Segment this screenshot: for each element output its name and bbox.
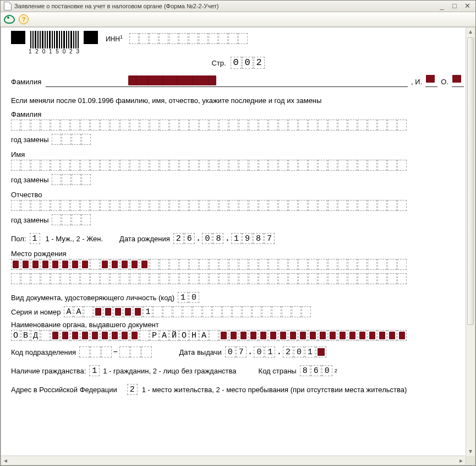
- cell[interactable]: [120, 160, 129, 171]
- cell[interactable]: [189, 259, 199, 270]
- cell[interactable]: [130, 330, 139, 341]
- cell[interactable]: [397, 273, 407, 284]
- cell[interactable]: [249, 273, 258, 284]
- doc-series-cells[interactable]: АА1: [64, 306, 311, 317]
- cell[interactable]: [249, 200, 258, 211]
- cell[interactable]: [212, 306, 222, 317]
- citizenship-presence-cell[interactable]: 1: [89, 365, 100, 376]
- cell[interactable]: [239, 120, 248, 131]
- cell[interactable]: [21, 273, 30, 284]
- horizontal-scrollbar[interactable]: ◂ ▸: [1, 456, 475, 465]
- cell[interactable]: [179, 273, 189, 284]
- cell[interactable]: 6: [184, 233, 195, 244]
- cell[interactable]: [308, 120, 318, 131]
- cell[interactable]: 1: [178, 292, 188, 303]
- cell[interactable]: [41, 259, 50, 270]
- cell[interactable]: [377, 330, 387, 341]
- cell[interactable]: [141, 346, 152, 357]
- cell[interactable]: [269, 273, 278, 284]
- cell[interactable]: [169, 200, 179, 211]
- cell[interactable]: [209, 120, 218, 131]
- minimize-button[interactable]: _: [437, 2, 447, 10]
- cell[interactable]: [120, 120, 129, 131]
- cell[interactable]: [199, 160, 209, 171]
- cell[interactable]: [328, 273, 337, 284]
- cell[interactable]: [278, 120, 288, 131]
- cell[interactable]: [160, 200, 169, 211]
- cell[interactable]: [228, 33, 238, 44]
- cell[interactable]: [288, 330, 298, 341]
- cell[interactable]: [21, 259, 30, 270]
- cell[interactable]: [90, 346, 101, 357]
- issue-month-cells[interactable]: 01: [254, 346, 275, 357]
- cell[interactable]: [397, 160, 407, 171]
- cell[interactable]: [282, 306, 291, 317]
- cell[interactable]: [318, 160, 327, 171]
- cell[interactable]: [61, 200, 70, 211]
- cell[interactable]: [377, 160, 387, 171]
- cell[interactable]: [298, 330, 308, 341]
- cell[interactable]: 1: [265, 346, 275, 357]
- cell[interactable]: [242, 306, 251, 317]
- cell[interactable]: [298, 160, 308, 171]
- cell[interactable]: [259, 200, 268, 211]
- cell[interactable]: [288, 200, 298, 211]
- cell[interactable]: [318, 259, 327, 270]
- cell[interactable]: [189, 160, 199, 171]
- doc-issuer-cells[interactable]: ОВДРАЙОНА: [11, 330, 465, 341]
- cell[interactable]: [160, 259, 169, 270]
- scroll-left-icon[interactable]: ◂: [1, 457, 10, 464]
- cell[interactable]: [150, 259, 159, 270]
- cell[interactable]: [130, 120, 139, 131]
- cell[interactable]: [173, 306, 182, 317]
- cell[interactable]: 0: [231, 57, 242, 69]
- cell[interactable]: [358, 330, 367, 341]
- cell[interactable]: А: [64, 306, 73, 317]
- cell[interactable]: [80, 120, 90, 131]
- cell[interactable]: [397, 330, 407, 341]
- cell[interactable]: [318, 120, 327, 131]
- cell[interactable]: [70, 330, 80, 341]
- cell[interactable]: [169, 120, 179, 131]
- cell[interactable]: [130, 259, 139, 270]
- cell[interactable]: [229, 273, 238, 284]
- cell[interactable]: [110, 200, 119, 211]
- cell[interactable]: [269, 160, 278, 171]
- cell[interactable]: [358, 200, 367, 211]
- initial-i-underline[interactable]: [425, 77, 437, 87]
- cell[interactable]: [140, 200, 149, 211]
- cell[interactable]: [120, 259, 129, 270]
- cell[interactable]: [110, 259, 119, 270]
- cell[interactable]: 0: [322, 365, 332, 376]
- cell[interactable]: [387, 330, 397, 341]
- cell[interactable]: [249, 330, 258, 341]
- cell[interactable]: [298, 120, 308, 131]
- cell[interactable]: 0: [225, 346, 236, 357]
- cell[interactable]: [110, 273, 119, 284]
- cell[interactable]: [80, 200, 90, 211]
- cell[interactable]: [368, 259, 377, 270]
- cell[interactable]: В: [21, 330, 30, 341]
- cell[interactable]: [308, 259, 318, 270]
- cell[interactable]: [338, 259, 347, 270]
- prev-surname-cells[interactable]: [11, 120, 465, 131]
- cell[interactable]: 1: [305, 346, 315, 357]
- cell[interactable]: [219, 200, 228, 211]
- cell[interactable]: 7: [264, 233, 275, 244]
- cell[interactable]: [358, 259, 367, 270]
- cell[interactable]: [11, 160, 20, 171]
- cell[interactable]: [338, 330, 347, 341]
- cell[interactable]: [269, 330, 278, 341]
- cell[interactable]: [387, 120, 397, 131]
- cell[interactable]: 1: [231, 233, 242, 244]
- cell[interactable]: А: [160, 330, 169, 341]
- cell[interactable]: [239, 330, 248, 341]
- scroll-down-icon[interactable]: ▾: [466, 447, 475, 456]
- cell[interactable]: 8: [213, 233, 223, 244]
- scroll-track-h[interactable]: [10, 456, 457, 465]
- cell[interactable]: [209, 33, 218, 44]
- cell[interactable]: [61, 160, 70, 171]
- cell[interactable]: [338, 120, 347, 131]
- vertical-scrollbar[interactable]: ▴ ▾: [466, 28, 475, 456]
- cell[interactable]: [61, 120, 70, 131]
